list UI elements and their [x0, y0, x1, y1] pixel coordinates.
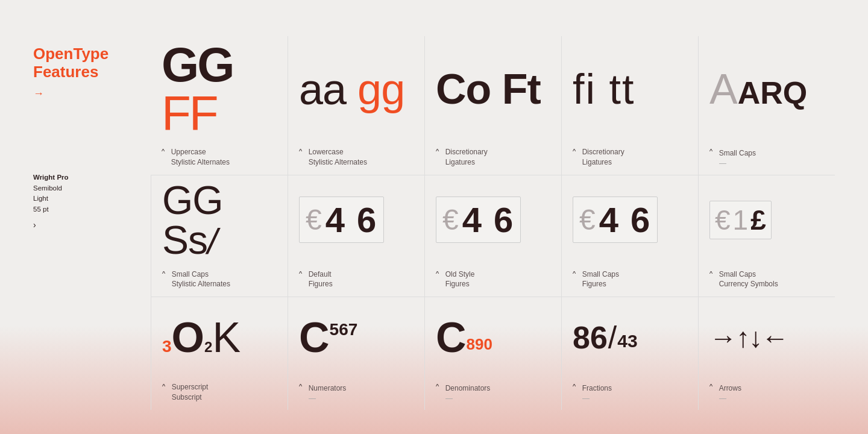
label-text-disc-lig-2: DiscretionaryLigatures	[582, 147, 624, 168]
label-dash: —	[719, 159, 824, 168]
cell-label-super: ^ SuperscriptSubscript	[162, 379, 277, 403]
cell-label-denominators: ^ Denominators —	[436, 379, 550, 403]
label-text-arrows: Arrows	[719, 383, 741, 394]
caret-icon: ^	[436, 270, 439, 277]
one-sm-sign: 1	[733, 204, 749, 236]
cell-display-gg-ss: GG Ss/	[162, 180, 277, 266]
circle-o: O	[172, 316, 204, 359]
cell-smallcaps-figures: € 4 6 ^ Small CapsFigures	[561, 175, 698, 297]
fraction-glyph: 86 / 43	[573, 322, 638, 353]
frac-slash: /	[608, 322, 617, 353]
label-text-lowercase: LowercaseStylistic Alternates	[309, 147, 367, 168]
label-text-denominators: Denominators	[445, 383, 491, 394]
caret-icon: ^	[299, 148, 302, 155]
euro-sign: €	[306, 203, 322, 236]
cell-small-caps: AARQ ^ Small Caps —	[698, 36, 835, 175]
cell-disc-ligatures-1: Co Ft ^ DiscretionaryLigatures	[424, 36, 561, 175]
cell-label-sc-alt: ^ Small CapsStylistic Alternates	[162, 266, 277, 290]
label-text-fractions: Fractions	[582, 383, 612, 394]
cell-display-aa-gg: aa gg	[299, 41, 414, 143]
caret-icon: ^	[573, 270, 576, 277]
caret-icon: ^	[162, 148, 165, 155]
denom-890: 890	[467, 335, 492, 354]
cell-numerators: C 567 ^ Numerators —	[288, 297, 424, 410]
font-size: 55 pt	[33, 206, 49, 213]
cell-label-currency-sym: ^ Small CapsCurrency Symbols	[709, 266, 824, 290]
cell-label-default-fig: ^ DefaultFigures	[299, 266, 414, 290]
cell-display-sc-fig: € 4 6	[573, 180, 687, 266]
label-text-sc-alt: Small CapsStylistic Alternates	[172, 269, 230, 290]
caret-icon: ^	[573, 148, 576, 155]
cell-label-small-caps: ^ Small Caps —	[709, 143, 824, 168]
cell-display-gg-ff: GG FF	[162, 41, 277, 143]
euro-sign-old: €	[442, 203, 459, 236]
label-text-uppercase: UppercaseStylistic Alternates	[171, 147, 230, 168]
cell-arrows: →↑↓← ^ Arrows —	[698, 297, 835, 410]
currency-box-default: € 4 6	[299, 197, 384, 243]
figures-46-old: 4 6	[462, 200, 515, 240]
glyph-co-ft: Co Ft	[436, 68, 541, 110]
cell-display-default-fig: € 4 6	[299, 180, 414, 266]
numerator-glyph: C 567	[299, 316, 357, 359]
cell-label-disc-lig-2: ^ DiscretionaryLigatures	[573, 143, 687, 168]
caret-icon: ^	[299, 383, 302, 390]
cell-display-currency: € 1 £	[709, 180, 824, 266]
cell-label-arrows: ^ Arrows —	[709, 379, 824, 403]
cell-display-fractions: 86 / 43	[573, 302, 687, 379]
glyph-aa-gg: aa gg	[299, 68, 404, 111]
cell-lowercase-alternates: aa gg ^ LowercaseStylistic Alternates	[288, 36, 424, 175]
currency-box-old: € 4 6	[436, 197, 521, 243]
caret-icon: ^	[162, 383, 165, 390]
cell-label-sc-fig: ^ Small CapsFigures	[573, 266, 687, 290]
feature-grid: GG FF ^ UppercaseStylistic Alternates aa…	[151, 36, 835, 410]
denom-c: C	[436, 316, 467, 359]
caret-icon: ^	[709, 383, 712, 390]
cell-label-disc-lig-1: ^ DiscretionaryLigatures	[436, 143, 550, 168]
label-text-sc-fig: Small CapsFigures	[582, 269, 619, 290]
sidebar-main-arrow[interactable]: →	[33, 87, 151, 100]
font-name: Wright Pro	[33, 174, 69, 181]
glyph-a-arq: AARQ	[709, 68, 807, 110]
denominator-glyph: C 890	[436, 316, 492, 359]
font-style: Light	[33, 195, 48, 202]
cell-display-co-ft: Co Ft	[436, 41, 550, 143]
label-text-super: SuperscriptSubscript	[172, 382, 209, 403]
num-c: C	[299, 316, 330, 359]
cell-display-fi-tt: fi tt	[573, 41, 687, 143]
cell-default-figures: € 4 6 ^ DefaultFigures	[288, 175, 424, 297]
caret-icon: ^	[573, 383, 576, 390]
caret-icon: ^	[162, 270, 165, 277]
caret-icon: ^	[299, 270, 302, 277]
cell-label-oldstyle: ^ Old StyleFigures	[436, 266, 550, 290]
label-text-default-fig: DefaultFigures	[309, 269, 333, 290]
pound-sm-sign: £	[750, 204, 766, 236]
cell-display-numerators: C 567	[299, 302, 414, 379]
label-text-oldstyle: Old StyleFigures	[445, 269, 475, 290]
euro-sm-sign: €	[715, 204, 731, 236]
figures-46: 4 6	[326, 200, 378, 240]
cell-label-uppercase: ^ UppercaseStylistic Alternates	[162, 143, 277, 168]
cell-display-super: 3 O 2 K	[162, 302, 277, 379]
label-text-disc-lig-1: DiscretionaryLigatures	[445, 147, 488, 168]
cell-display-old-fig: € 4 6	[436, 180, 550, 266]
caret-icon: ^	[709, 148, 712, 155]
sidebar: OpenType Features → Wright Pro Semibold …	[33, 36, 151, 410]
label-dash-frac: —	[582, 394, 687, 403]
sidebar-title: OpenType Features	[33, 45, 151, 81]
main-container: OpenType Features → Wright Pro Semibold …	[0, 0, 868, 434]
label-dash-arrows: —	[719, 394, 824, 403]
frac-86: 86	[573, 322, 608, 353]
label-dash-num: —	[309, 394, 414, 403]
caret-icon: ^	[436, 148, 439, 155]
cell-smallcaps-alternates: GG Ss/ ^ Small CapsStylistic Alternates	[151, 175, 288, 297]
sidebar-small-arrow[interactable]: ›	[33, 220, 151, 230]
glyph-gg: GG FF	[162, 41, 277, 137]
super-3: 3	[162, 338, 172, 355]
caret-icon: ^	[709, 270, 712, 277]
label-dash-denom: —	[445, 394, 550, 403]
frac-43: 43	[617, 331, 637, 351]
cell-label-lowercase: ^ LowercaseStylistic Alternates	[299, 143, 414, 168]
figures-46-sc: 4 6	[599, 200, 652, 240]
currency-box-symbols: € 1 £	[709, 201, 772, 239]
cell-superscript: 3 O 2 K ^ SuperscriptSubscript	[151, 297, 288, 410]
